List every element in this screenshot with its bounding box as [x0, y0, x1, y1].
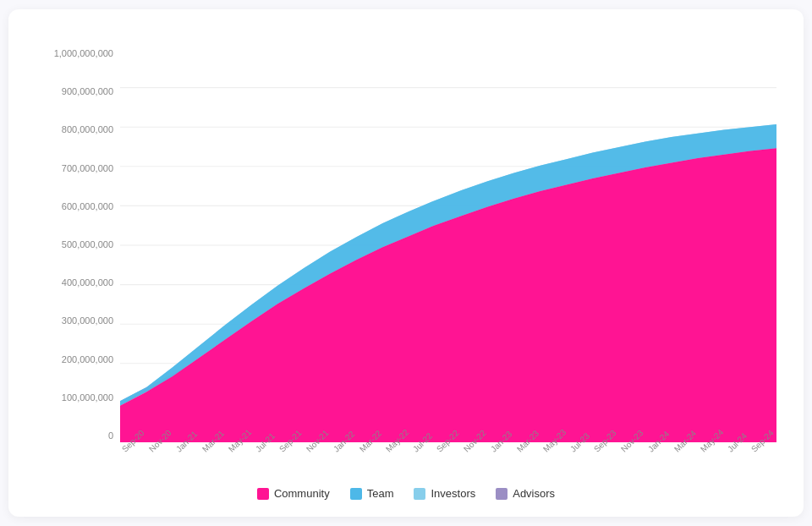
chart-svg [120, 48, 776, 442]
chart-container: 1,000,000,000900,000,000800,000,000700,0… [8, 9, 804, 517]
legend-color-swatch [496, 488, 508, 500]
legend-item: Investors [414, 487, 475, 500]
y-axis-label: 300,000,000 [36, 315, 120, 326]
y-axis-label: 800,000,000 [36, 124, 120, 134]
chart-body: 1,000,000,000900,000,000800,000,000700,0… [36, 48, 776, 442]
legend-color-swatch [414, 488, 425, 500]
y-axis: 1,000,000,000900,000,000800,000,000700,0… [36, 48, 120, 442]
y-axis-label: 100,000,000 [36, 392, 120, 403]
y-axis-label: 200,000,000 [36, 354, 120, 364]
chart-area: 1,000,000,000900,000,000800,000,000700,0… [36, 48, 776, 457]
legend-item: Team [350, 487, 394, 500]
legend-color-swatch [257, 488, 269, 500]
y-axis-label: 700,000,000 [36, 163, 120, 173]
y-axis-label: 1,000,000,000 [36, 48, 120, 58]
y-axis-label: 900,000,000 [36, 86, 120, 96]
y-axis-label: 600,000,000 [36, 201, 120, 211]
legend-item: Community [257, 487, 330, 500]
legend-label: Community [274, 487, 330, 500]
y-axis-label: 500,000,000 [36, 239, 120, 249]
x-axis: Sep-20Nov-20Jan-21Mar-21May-21Jul-21Sep-… [120, 442, 776, 457]
legend-color-swatch [350, 488, 362, 500]
y-axis-label: 0 [36, 430, 120, 441]
legend-item: Advisors [496, 487, 555, 500]
legend-label: Investors [431, 487, 475, 500]
y-axis-label: 400,000,000 [36, 277, 120, 288]
svg-area [120, 48, 776, 442]
legend-label: Team [367, 487, 394, 500]
legend: CommunityTeamInvestorsAdvisors [36, 487, 776, 500]
legend-label: Advisors [513, 487, 555, 500]
